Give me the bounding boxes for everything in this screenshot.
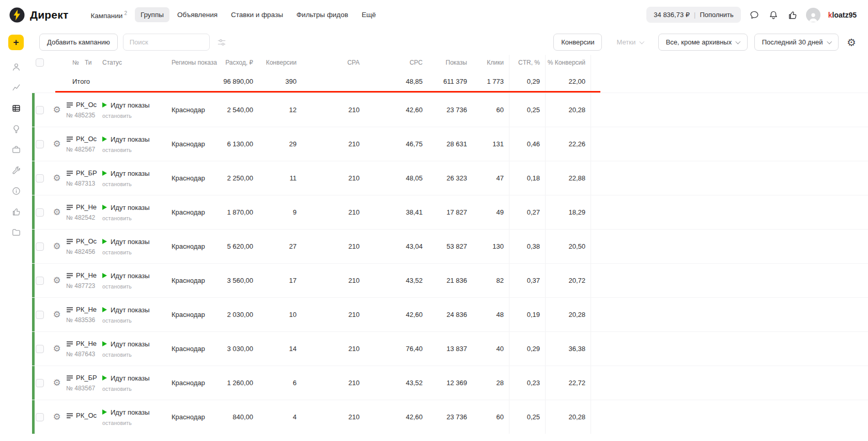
stats-icon[interactable] [11,83,21,93]
row-checkbox[interactable] [36,277,44,285]
add-campaign-button[interactable]: Добавить кампанию [39,34,118,51]
row-settings-gear-icon[interactable]: ⚙ [53,413,60,421]
campaigns-table-icon[interactable] [11,103,21,113]
table-row: ⚙ РК_Ос № 482456 Идут показы остановить … [32,229,868,263]
col-clicks[interactable]: Клики [472,55,509,70]
row-settings-gear-icon[interactable]: ⚙ [53,276,60,285]
nav-groups[interactable]: Группы [135,7,169,22]
col-type[interactable]: Ти [85,55,102,70]
stop-link[interactable]: остановить [102,420,132,426]
campaign-name[interactable]: РК_Не [66,340,97,347]
stop-link[interactable]: остановить [102,147,132,153]
row-checkbox[interactable] [36,413,44,421]
avatar[interactable] [806,8,820,22]
add-button[interactable]: + [8,35,24,50]
row-checkbox[interactable] [36,242,44,251]
row-settings-gear-icon[interactable]: ⚙ [53,140,60,148]
conversions-button[interactable]: Конверсии [553,34,602,51]
nav-feed-filters[interactable]: Фильтры фидов [291,7,354,22]
row-settings-gear-icon[interactable]: ⚙ [53,344,60,353]
info-icon[interactable] [11,186,21,196]
thumbs-up-icon[interactable] [787,9,798,21]
col-ctr[interactable]: CTR, % [509,55,546,70]
tools-wrench-icon[interactable] [11,165,21,175]
stop-link[interactable]: остановить [102,249,132,255]
shows-cell: 17 827 [428,195,472,229]
date-range-dropdown[interactable]: Последний 30 дней [754,34,839,51]
library-case-icon[interactable] [11,145,21,155]
topup-button[interactable]: Пополнить [700,11,733,19]
clicks-cell: 40 [472,332,509,366]
feedback-thumb-icon[interactable] [11,207,21,217]
campaign-name[interactable]: РК_Ос [66,101,97,109]
campaign-name-label: РК_Не [76,306,97,313]
row-status-bar [32,332,35,366]
row-settings-gear-icon[interactable]: ⚙ [53,105,60,114]
col-shows[interactable]: Показы [428,55,472,70]
chat-icon[interactable] [749,9,760,21]
cpc-cell: 42,60 [365,298,428,331]
campaign-name[interactable]: РК_Ос [66,135,97,143]
campaign-filter-dropdown[interactable]: Все, кроме архивных [658,34,748,51]
row-settings-gear-icon[interactable]: ⚙ [53,242,60,251]
row-status-bar [32,298,35,331]
campaign-name[interactable]: РК_Ос [66,412,97,419]
totals-clicks: 1 773 [472,70,509,92]
row-settings-gear-icon[interactable]: ⚙ [53,208,60,217]
filter-sliders-icon[interactable] [215,36,228,49]
row-checkbox[interactable] [36,106,44,114]
col-conv-share[interactable]: % Конверсий [546,55,591,70]
labels-dropdown[interactable]: Метки [609,34,651,51]
clicks-cell: 48 [472,298,509,331]
col-conversions[interactable]: Конверсии [258,55,302,70]
campaign-name[interactable]: РК_БР [66,169,97,177]
nav-more[interactable]: Ещё [356,7,382,22]
campaign-name[interactable]: РК_Не [66,203,97,211]
col-expense[interactable]: Расход, ₽ [219,55,258,70]
row-settings-gear-icon[interactable]: ⚙ [53,174,60,183]
stop-link[interactable]: остановить [102,283,132,290]
stop-link[interactable]: остановить [102,181,132,187]
stop-link[interactable]: остановить [102,113,132,119]
row-checkbox[interactable] [36,311,44,319]
brand-logo[interactable]: Директ [9,7,68,23]
row-checkbox[interactable] [36,379,44,387]
stop-link[interactable]: остановить [102,215,132,221]
col-number[interactable]: № [66,55,85,70]
play-icon [102,136,107,142]
campaign-name[interactable]: РК_Не [66,271,97,279]
col-status[interactable]: Статус [102,55,172,70]
username[interactable]: kloatz95 [828,11,857,19]
campaign-name[interactable]: РК_Не [66,306,97,313]
col-regions[interactable]: Регионы показа [172,55,219,70]
row-checkbox[interactable] [36,345,44,353]
conversions-cell: 17 [258,264,302,297]
row-settings-gear-icon[interactable]: ⚙ [53,378,60,387]
search-input[interactable] [123,34,210,51]
nav-ads[interactable]: Объявления [172,7,223,22]
col-cpa[interactable]: CPA [302,55,365,70]
stop-link[interactable]: остановить [102,317,132,324]
profile-icon[interactable] [11,62,21,72]
row-settings-gear-icon[interactable]: ⚙ [53,310,60,319]
region-cell: Краснодар [172,366,219,400]
stop-link[interactable]: остановить [102,352,132,358]
row-checkbox[interactable] [36,140,44,148]
username-rest: loatz95 [832,11,857,19]
row-checkbox[interactable] [36,208,44,217]
campaign-name[interactable]: РК_БР [66,374,97,382]
campaign-name[interactable]: РК_Ос [66,237,97,245]
ideas-lightbulb-icon[interactable] [11,124,21,134]
notifications-bell-icon[interactable] [768,9,779,21]
campaign-number: № 487723 [66,282,95,290]
nav-campaigns[interactable]: Кампании2 [85,7,133,23]
col-cpc[interactable]: CPC [365,55,428,70]
table-row: ⚙ РК_Ос № 482567 Идут показы остановить … [32,127,868,161]
select-all-checkbox[interactable] [36,58,44,67]
stop-link[interactable]: остановить [102,386,132,392]
settings-gear-icon[interactable]: ⚙ [845,36,858,49]
nav-bids-phrases[interactable]: Ставки и фразы [225,7,289,22]
row-checkbox[interactable] [36,174,44,183]
folder-icon[interactable] [11,227,21,237]
status-text: Идут показы [111,272,150,280]
